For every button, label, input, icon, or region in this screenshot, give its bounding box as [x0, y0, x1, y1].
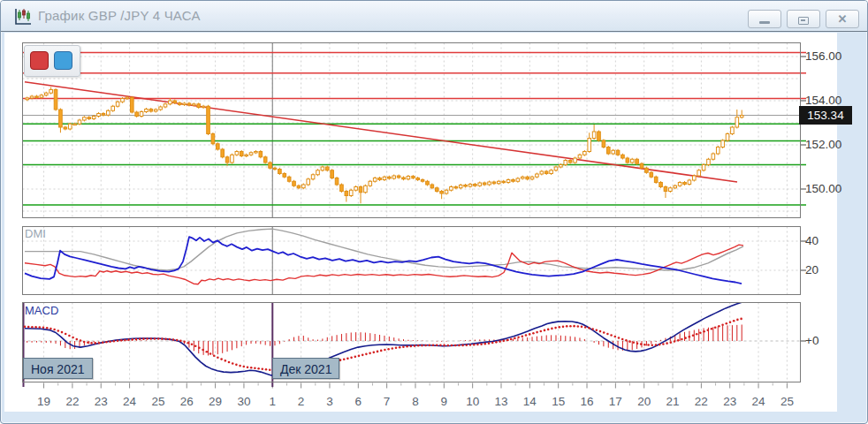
date-axis-label: 25 [145, 395, 171, 408]
date-axis-label: 29 [202, 395, 229, 408]
chart-window: График GBP /JPY 4 ЧАСА ✕ DMI MACD Ноя 20… [0, 0, 868, 424]
date-axis-label: 24 [117, 395, 143, 408]
date-axis-label: 13 [488, 395, 514, 408]
maximize-icon [798, 17, 809, 25]
dmi-axis-tick-label: 40 [805, 234, 819, 247]
last-price-tag: 153.34 [799, 106, 852, 125]
date-axis-label: 23 [717, 395, 743, 408]
price-axis-tick-label: 154.00 [805, 94, 841, 107]
title-bar[interactable]: График GBP /JPY 4 ЧАСА ✕ [1, 1, 867, 32]
date-axis-label: 1 [259, 395, 286, 408]
date-axis-label: 23 [88, 395, 114, 408]
maximize-button[interactable] [787, 10, 820, 28]
blue-series-button[interactable] [54, 51, 72, 70]
date-axis-label: 30 [231, 395, 257, 408]
date-axis-label: 22 [688, 395, 714, 408]
minimize-icon [759, 21, 770, 24]
window-title: График GBP /JPY 4 ЧАСА [38, 8, 201, 23]
date-axis-label: 16 [574, 395, 600, 408]
date-axis-label: 24 [745, 395, 772, 408]
date-axis-label: 8 [402, 395, 429, 408]
chart-surface[interactable] [4, 33, 837, 412]
date-axis-label: 9 [430, 395, 457, 408]
date-axis-label: 22 [59, 395, 86, 408]
date-axis-label: 17 [602, 395, 628, 408]
date-axis-label: 19 [31, 395, 57, 408]
date-axis-label: 2 [288, 395, 315, 408]
date-axis-label: 7 [374, 395, 400, 408]
close-button[interactable]: ✕ [826, 10, 859, 28]
date-axis-label: 6 [345, 395, 371, 408]
date-axis-label: 26 [173, 395, 200, 408]
macd-panel-label: MACD [25, 304, 58, 317]
macd-axis-tick-label: +0 [805, 334, 819, 347]
date-axis-label: 3 [316, 395, 343, 408]
date-axis-label: 14 [516, 395, 543, 408]
red-series-button[interactable] [30, 51, 49, 70]
month-label-november: Ноя 2021 [23, 358, 93, 379]
dmi-panel-label: DMI [25, 227, 46, 240]
dmi-axis-tick-label: 20 [805, 263, 819, 276]
price-axis-tick-label: 156.00 [805, 49, 841, 63]
chart-app-icon [13, 7, 33, 26]
chart-legend [24, 45, 80, 77]
price-axis-tick-label: 150.00 [805, 182, 841, 195]
date-axis-label: 21 [659, 395, 686, 408]
date-axis-label: 10 [460, 395, 486, 408]
date-axis-label: 15 [545, 395, 572, 408]
price-axis-tick-label: 152.00 [805, 138, 841, 151]
month-label-december: Дек 2021 [272, 358, 339, 379]
date-axis-label: 20 [631, 395, 658, 408]
minimize-button[interactable] [748, 10, 781, 28]
date-axis-label: 25 [773, 395, 800, 408]
close-icon: ✕ [826, 11, 858, 27]
